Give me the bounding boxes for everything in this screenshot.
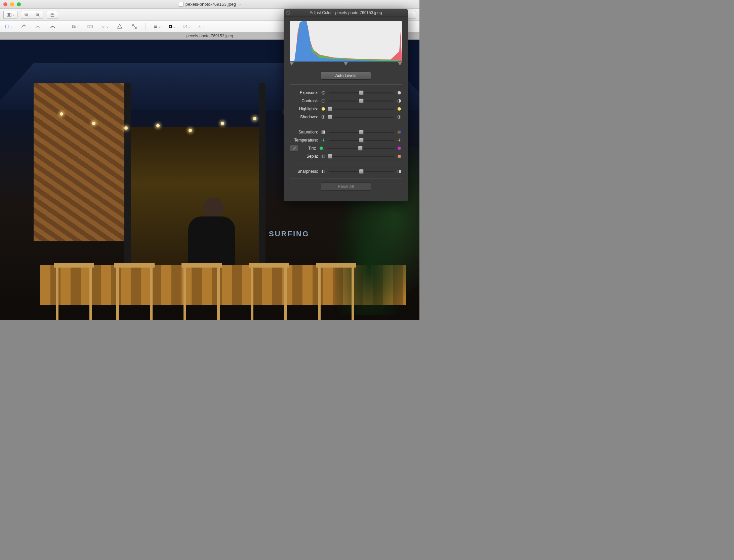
toolbar-divider (146, 23, 146, 30)
svg-line-6 (38, 15, 39, 16)
maximize-window-button[interactable] (17, 2, 21, 6)
saturation-label: Saturation: (290, 130, 318, 134)
contrast-slider[interactable] (329, 98, 394, 103)
share-button[interactable] (47, 11, 58, 19)
saturation-row: Saturation: (290, 128, 402, 136)
shapes-tool[interactable]: ⌵ (72, 23, 79, 30)
aperture-icon (321, 90, 326, 95)
circle-outline-icon (321, 98, 326, 104)
sepia-none-icon (321, 154, 326, 159)
adjust-color-panel: ✕ Adjust Color - pexels-photo-769153.jpe… (284, 9, 408, 201)
tab-label[interactable]: pexels-photo-769153.jpeg (187, 34, 233, 38)
temperature-row: Temperature: (290, 136, 402, 144)
sun-warm-icon (397, 137, 402, 143)
color-bars-icon (397, 129, 402, 135)
zoom-out-button[interactable] (21, 11, 32, 19)
sepia-slider[interactable] (329, 154, 394, 159)
temperature-slider[interactable] (329, 138, 394, 143)
svg-rect-45 (400, 131, 401, 133)
reset-all-button[interactable]: Reset All (321, 183, 371, 191)
levels-handles (290, 62, 402, 66)
separator (290, 178, 402, 178)
sharpness-high-icon (397, 169, 402, 174)
svg-text:A: A (198, 25, 201, 28)
histogram (290, 21, 402, 62)
highlights-label: Highlights: (290, 107, 318, 111)
eyedropper-button[interactable] (290, 145, 298, 152)
sepia-label: Sepia: (290, 154, 318, 159)
window-title-text: pexels-photo-769153.jpeg (186, 2, 236, 7)
svg-rect-42 (324, 131, 325, 133)
levels-mid-handle[interactable] (344, 62, 348, 66)
shadow-low-icon (321, 114, 326, 120)
svg-rect-43 (398, 131, 399, 133)
draw-tool[interactable] (49, 23, 56, 30)
window-titlebar: pexels-photo-769153.jpeg ⌵ (0, 0, 419, 9)
separator (290, 84, 402, 85)
close-window-button[interactable] (3, 2, 7, 6)
sign-tool[interactable]: ⌵ (101, 23, 109, 30)
file-icon (179, 2, 184, 7)
shadows-slider[interactable] (329, 115, 394, 119)
panel-titlebar[interactable]: ✕ Adjust Color - pexels-photo-769153.jpe… (284, 9, 408, 16)
grayscale-icon (321, 129, 326, 135)
selection-tool[interactable]: ⌵ (5, 23, 12, 30)
title-dropdown-icon: ⌵ (239, 2, 241, 6)
highlights-slider[interactable] (329, 107, 394, 111)
aperture-filled-icon (397, 90, 402, 95)
sharpness-row: Sharpness: (290, 167, 402, 175)
border-color-tool[interactable]: ⌵ (168, 23, 175, 30)
adjust-color-tool[interactable] (116, 23, 123, 30)
tint-slider[interactable] (327, 146, 394, 151)
svg-point-38 (399, 116, 400, 118)
svg-point-36 (323, 116, 324, 118)
svg-rect-62 (322, 170, 323, 173)
separator (290, 124, 402, 124)
auto-levels-button[interactable]: Auto Levels (321, 72, 371, 80)
view-mode-button[interactable]: ⌵ (3, 11, 17, 19)
separator (290, 163, 402, 163)
shadows-label: Shadows: (290, 115, 318, 119)
sharpness-low-icon (321, 169, 326, 174)
sketch-tool[interactable] (34, 23, 42, 30)
svg-point-56 (320, 147, 323, 150)
sepia-row: Sepia: (290, 152, 402, 160)
saturation-slider[interactable] (329, 130, 394, 134)
instant-alpha-tool[interactable] (19, 23, 27, 30)
highlights-row: Highlights: (290, 105, 402, 113)
contrast-label: Contrast: (290, 98, 318, 103)
sepia-full-icon (397, 154, 402, 159)
zoom-in-button[interactable] (32, 11, 43, 19)
svg-point-15 (25, 26, 26, 26)
svg-point-34 (398, 107, 401, 111)
svg-point-29 (322, 91, 325, 94)
svg-text:T: T (89, 25, 91, 28)
svg-rect-1 (9, 13, 11, 16)
text-tool[interactable]: T (86, 23, 94, 30)
exposure-slider[interactable] (329, 90, 394, 95)
panel-close-button[interactable]: ✕ (286, 10, 290, 15)
svg-point-51 (399, 139, 400, 141)
tint-row: Tint: (290, 144, 402, 152)
svg-line-3 (27, 15, 28, 16)
highlight-high-icon (397, 106, 402, 112)
adjust-size-tool[interactable] (131, 23, 138, 30)
toolbar-divider (64, 23, 64, 30)
svg-point-46 (323, 139, 324, 141)
fill-color-tool[interactable]: ⌵ (183, 23, 190, 30)
shape-style-tool[interactable]: ⌵ (153, 23, 161, 30)
svg-point-57 (398, 147, 401, 150)
levels-white-handle[interactable] (398, 62, 402, 66)
sharpness-slider[interactable] (329, 169, 394, 174)
minimize-window-button[interactable] (10, 2, 14, 6)
temperature-label: Temperature: (290, 138, 318, 143)
sun-cool-icon (321, 137, 326, 143)
svg-rect-59 (322, 155, 323, 158)
highlight-low-icon (321, 106, 326, 112)
panel-title-text: Adjust Color - pexels-photo-769153.jpeg (310, 10, 382, 15)
half-circle-icon (397, 98, 402, 104)
exposure-label: Exposure: (290, 90, 318, 95)
levels-black-handle[interactable] (290, 62, 294, 66)
traffic-lights (3, 2, 21, 6)
text-style-tool[interactable]: A⌵ (198, 23, 205, 30)
